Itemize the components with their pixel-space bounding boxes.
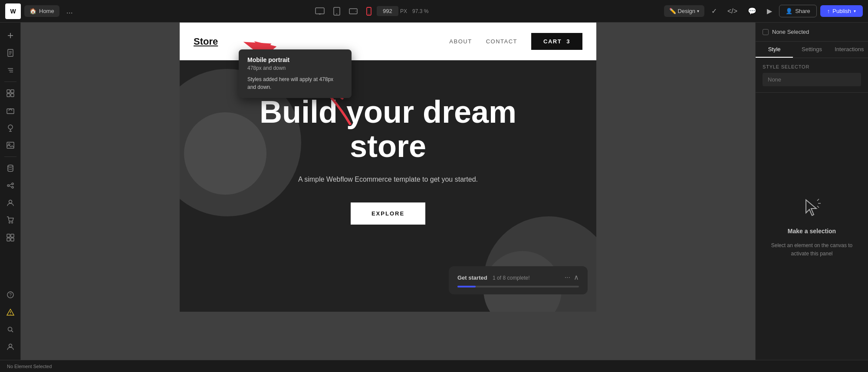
preview-button[interactable]: ▶ (763, 4, 776, 18)
style-selector-section: Style selector (756, 58, 868, 93)
sidebar-item-assets[interactable] (3, 103, 18, 118)
site-nav-links: ABOUT CONTACT CART 3 (449, 33, 582, 50)
tab-style[interactable]: Style (756, 42, 793, 58)
make-selection-panel: Make a selection Select an element on th… (756, 93, 868, 360)
comment-button[interactable]: 💬 (744, 4, 760, 18)
sidebar-item-components[interactable] (3, 85, 18, 101)
svg-text:?: ? (9, 293, 12, 297)
main-layout: ? Store (0, 23, 868, 360)
progress-count: 1 of 8 complete! (493, 275, 529, 281)
hero-cta-button[interactable]: EXPLORE (351, 202, 425, 225)
svg-point-47 (9, 344, 12, 347)
tab-settings[interactable]: Settings (793, 42, 830, 58)
px-display: PX 97.3 % (377, 6, 428, 16)
nav-contact[interactable]: CONTACT (486, 38, 517, 45)
sidebar-item-pages[interactable] (3, 45, 18, 61)
svg-point-6 (355, 11, 356, 12)
share-button[interactable]: 👤 Share (779, 5, 817, 17)
svg-point-29 (7, 185, 9, 186)
progress-more-button[interactable]: ··· (565, 273, 570, 281)
sidebar-divider-2 (4, 157, 16, 157)
sidebar-item-navigator[interactable] (3, 62, 18, 78)
svg-point-45 (8, 327, 12, 331)
px-label: PX (400, 8, 407, 14)
no-element-label: No Element Selected (7, 364, 52, 369)
svg-line-32 (9, 184, 12, 186)
none-selected-checkbox[interactable] (763, 29, 769, 35)
webflow-logo: W (5, 3, 21, 19)
svg-line-50 (817, 199, 819, 201)
svg-point-30 (12, 183, 13, 185)
svg-rect-22 (7, 109, 14, 114)
svg-point-36 (11, 222, 13, 223)
make-selection-desc: Select an element on the canvas to activ… (766, 241, 858, 258)
svg-rect-19 (11, 90, 14, 93)
svg-rect-40 (11, 238, 14, 241)
sidebar-item-ecommerce[interactable] (3, 212, 18, 228)
style-selector-input[interactable] (763, 73, 861, 86)
svg-line-33 (9, 186, 12, 187)
right-panel: None Selected Style Settings Interaction… (755, 23, 868, 360)
breakpoint-controls: PX 97.3 % (80, 4, 661, 18)
svg-line-52 (817, 206, 819, 208)
svg-point-44 (10, 314, 11, 315)
publish-button[interactable]: ↑ Publish ▾ (820, 5, 863, 17)
tooltip-body: Styles added here will apply at 478px an… (247, 75, 343, 91)
svg-rect-39 (7, 238, 10, 241)
sidebar-item-add[interactable] (3, 28, 18, 43)
sidebar-item-database[interactable] (3, 160, 18, 176)
sidebar-item-users[interactable] (3, 195, 18, 211)
hero-section: Build your dream store A simple Webflow … (180, 60, 596, 312)
tab-interactions[interactable]: Interactions (831, 42, 868, 58)
svg-rect-0 (316, 8, 324, 14)
publish-chevron-icon: ▾ (854, 9, 856, 13)
sidebar-item-paint[interactable] (3, 120, 18, 136)
hero-circle-inner (184, 112, 266, 195)
sidebar-item-logic[interactable] (3, 178, 18, 193)
svg-point-34 (9, 200, 12, 203)
progress-info: Get started 1 of 8 complete! (457, 274, 529, 281)
svg-line-46 (11, 331, 13, 333)
more-button[interactable]: ... (63, 5, 76, 17)
svg-point-31 (12, 186, 13, 188)
nav-about[interactable]: ABOUT (449, 38, 472, 45)
width-input[interactable] (377, 6, 398, 16)
svg-point-28 (8, 165, 13, 167)
breakpoint-tablet[interactable] (330, 4, 344, 18)
tooltip-popup: Mobile portrait 478px and down Styles ad… (239, 49, 352, 98)
breakpoint-mobile-landscape[interactable] (345, 6, 361, 17)
sidebar-item-account[interactable] (3, 339, 18, 355)
cart-button[interactable]: CART 3 (531, 33, 582, 50)
svg-point-8 (368, 13, 369, 14)
design-mode-button[interactable]: ✏️ Design ▾ (664, 5, 704, 17)
code-button[interactable]: </> (724, 5, 741, 18)
topbar-right: ✏️ Design ▾ ✓ </> 💬 ▶ 👤 Share ↑ Publish … (664, 4, 863, 18)
progress-collapse-button[interactable]: ∧ (574, 273, 579, 281)
hero-subtitle: A simple Webflow Ecommerce template to g… (298, 174, 478, 185)
none-selected-label: None Selected (772, 29, 809, 35)
progress-title: Get started (457, 274, 487, 281)
breakpoint-desktop[interactable] (312, 5, 328, 18)
checkmark-button[interactable]: ✓ (708, 4, 720, 18)
make-selection-title: Make a selection (788, 228, 836, 235)
sidebar-item-apps[interactable] (3, 230, 18, 245)
sidebar-item-search[interactable] (3, 322, 18, 337)
canvas-area[interactable]: Store ABOUT CONTACT CART 3 Build your dr… (21, 23, 755, 360)
breakpoint-mobile-portrait[interactable] (363, 4, 375, 18)
svg-point-35 (9, 222, 10, 223)
sidebar-item-image[interactable] (3, 137, 18, 153)
tooltip-title: Mobile portrait (247, 56, 343, 63)
topbar: W 🏠 Home ... (0, 0, 868, 23)
share-icon: 👤 (786, 8, 792, 14)
sidebar-item-help[interactable]: ? (3, 287, 18, 303)
home-icon: 🏠 (30, 8, 36, 14)
sidebar-item-warning[interactable] (3, 304, 18, 320)
progress-header: Get started 1 of 8 complete! ··· ∧ (457, 273, 579, 281)
svg-rect-37 (7, 234, 10, 237)
bottom-status-bar: No Element Selected (0, 360, 868, 372)
svg-point-4 (336, 13, 337, 14)
home-button[interactable]: 🏠 Home (24, 5, 59, 17)
sidebar-divider-1 (4, 82, 16, 82)
svg-rect-18 (7, 90, 10, 93)
tooltip-subtitle: 478px and down (247, 65, 343, 71)
